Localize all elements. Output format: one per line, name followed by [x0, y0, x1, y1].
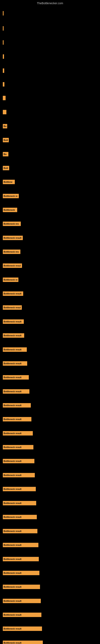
bar-item: [3, 40, 3, 45]
bar-row: Bottleneck result: [3, 320, 24, 324]
bar-row: [3, 40, 3, 45]
bar-row: Bottleneck result: [3, 612, 41, 617]
bar-item: Bottleneck result: [3, 626, 42, 631]
bar-row: Bottleneck result: [3, 501, 36, 505]
bar-item: Bott: [3, 138, 9, 142]
bar-row: Bottleneck result: [3, 473, 35, 477]
bar-item: [3, 54, 4, 59]
bar-row: [3, 96, 6, 100]
bar-row: Bottleneck result: [3, 543, 38, 547]
bar-item: Bottleneck: [3, 208, 17, 212]
bar-item: Bottleneck result: [3, 347, 27, 352]
bar-item: [3, 96, 6, 100]
bar-row: Bottleneck result: [3, 459, 34, 463]
bar-row: Bottleneck result: [3, 529, 37, 533]
bar-item: Bottleneck result: [3, 431, 33, 436]
chart-area: TheBottlenecker.com BoBottBoBottBottlene…: [0, 0, 100, 644]
bar-row: [3, 26, 3, 30]
bar-item: Bottleneck res: [3, 222, 21, 226]
bar-item: Bottleneck result: [3, 292, 23, 296]
bar-row: Bottleneck resul: [3, 264, 22, 268]
bar-item: [3, 82, 4, 86]
bar-item: Bottleneck result: [3, 515, 37, 519]
bar-item: Bottleneck result: [3, 459, 34, 463]
bar-row: Bottleneck result: [3, 236, 23, 240]
bar-row: [3, 82, 4, 86]
bar-item: [3, 68, 4, 73]
bar-row: Bottleneck result: [3, 431, 33, 436]
bar-item: [3, 11, 3, 16]
bar-row: Bottleneck result: [3, 347, 27, 352]
bar-row: Bottleneck result: [3, 515, 37, 519]
bar-row: Bottleneck resul: [3, 305, 22, 310]
bar-row: Bott: [3, 166, 9, 170]
bar-row: Bottleneck result: [3, 333, 24, 338]
bar-row: Bottleneck result: [3, 571, 39, 575]
bar-item: Bottleneck result: [3, 599, 41, 603]
bar-item: Bo: [3, 152, 8, 156]
bar-row: Bottleneck res: [3, 222, 21, 226]
bar-row: Bottleneck re: [3, 278, 18, 282]
bar-item: Bottleneck res: [3, 250, 20, 254]
bar-row: Bottleneck result: [3, 599, 41, 603]
bar-row: Bottleneck result: [3, 487, 36, 491]
bar-item: Bottleneck resul: [3, 305, 22, 310]
bar-item: Bo: [3, 124, 7, 128]
bar-row: Bottleneck result: [3, 585, 40, 589]
bar-row: [3, 68, 4, 73]
bar-row: Bottleneck res: [3, 250, 20, 254]
bar-item: Bottleneck result: [3, 557, 39, 561]
bar-row: Bottleneck result: [3, 361, 27, 366]
bar-item: Bottleneck re: [3, 194, 19, 198]
bar-row: Bottleneck result: [3, 445, 33, 450]
bar-item: Bottleneck result: [3, 529, 37, 533]
bar-row: Bottleneck result: [3, 417, 31, 422]
bar-row: [3, 11, 3, 16]
bar-item: Bottleneck result: [3, 445, 33, 450]
bar-item: Bottleneck result: [3, 585, 40, 589]
bar-item: Bottleneck result: [3, 640, 43, 644]
bar-row: Bottlene: [3, 180, 15, 184]
bar-item: [3, 110, 6, 114]
bar-row: Bottleneck result: [3, 403, 31, 408]
bar-item: Bottleneck result: [3, 612, 41, 617]
bar-row: Bottleneck: [3, 208, 17, 212]
bar-item: [3, 26, 3, 30]
bar-row: Bo: [3, 124, 7, 128]
bar-row: Bottleneck result: [3, 389, 29, 394]
bar-row: [3, 54, 4, 59]
bar-item: Bottleneck result: [3, 501, 36, 505]
bar-item: Bottleneck re: [3, 278, 18, 282]
bar-item: Bottleneck result: [3, 473, 35, 477]
bar-row: Bott: [3, 138, 9, 142]
bar-item: Bottleneck result: [3, 543, 38, 547]
bar-item: Bott: [3, 166, 9, 170]
bar-item: Bottlene: [3, 180, 15, 184]
bar-item: Bottleneck result: [3, 361, 27, 366]
bar-item: Bottleneck result: [3, 236, 23, 240]
bar-item: Bottleneck result: [3, 571, 39, 575]
bar-row: Bottleneck result: [3, 375, 29, 380]
bar-item: Bottleneck result: [3, 417, 31, 422]
bar-row: Bo: [3, 152, 8, 156]
bar-item: Bottleneck result: [3, 487, 36, 491]
bar-row: Bottleneck result: [3, 640, 43, 644]
bar-item: Bottleneck result: [3, 389, 29, 394]
bar-row: Bottleneck result: [3, 626, 42, 631]
bar-item: Bottleneck result: [3, 375, 29, 380]
bar-item: Bottleneck resul: [3, 264, 22, 268]
bar-item: Bottleneck result: [3, 320, 24, 324]
bar-item: Bottleneck result: [3, 403, 31, 408]
site-title: TheBottlenecker.com: [0, 0, 100, 6]
bar-row: Bottleneck result: [3, 292, 23, 296]
bar-row: Bottleneck result: [3, 557, 39, 561]
bar-row: Bottleneck re: [3, 194, 19, 198]
bar-row: [3, 110, 6, 114]
bar-item: Bottleneck result: [3, 333, 24, 338]
